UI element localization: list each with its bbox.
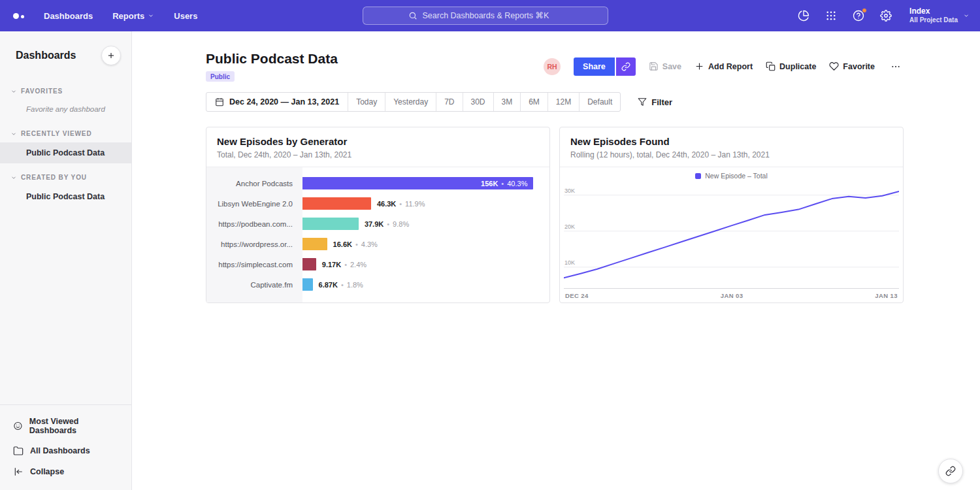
settings-gear-icon[interactable]: [879, 9, 892, 22]
save-icon: [649, 61, 659, 71]
all-dashboards-button[interactable]: All Dashboards: [0, 440, 131, 461]
y-tick: 10K: [564, 259, 575, 266]
chevron-down-icon: [10, 131, 17, 137]
most-viewed-dashboards-button[interactable]: Most Viewed Dashboards: [0, 412, 131, 440]
primary-nav: Dashboards Reports Users: [44, 11, 197, 21]
duplicate-label: Duplicate: [779, 62, 816, 71]
bar-value-label: 16.6K•4.3%: [333, 240, 378, 248]
copy-link-fab[interactable]: [938, 459, 963, 483]
bar-track: 156K•40.3%: [302, 177, 549, 189]
favorite-button[interactable]: Favorite: [829, 61, 875, 71]
bar-row: Libsyn WebEngine 2.046.3K•11.9%: [206, 193, 549, 214]
preset-30d[interactable]: 30D: [463, 93, 493, 111]
date-toolbar: Dec 24, 2020 — Jan 13, 2021 Today Yester…: [206, 92, 904, 112]
favorite-label: Favorite: [843, 62, 875, 71]
chart-legend: New Episode – Total: [564, 167, 899, 184]
bar-row: Captivate.fm6.87K•1.8%: [206, 274, 549, 295]
nav-dashboards[interactable]: Dashboards: [44, 11, 93, 21]
filter-label: Filter: [651, 97, 672, 107]
header-actions: RH Share Save Add Report: [544, 57, 904, 76]
section-recently-viewed[interactable]: RECENTLY VIEWED: [0, 125, 131, 142]
bar-segment[interactable]: [302, 197, 371, 210]
footer-label: Most Viewed Dashboards: [29, 417, 121, 435]
global-search-bar[interactable]: [363, 7, 608, 25]
filter-funnel-icon: [638, 97, 647, 106]
avatar[interactable]: RH: [544, 58, 561, 75]
x-tick: DEC 24: [565, 292, 589, 299]
bar-value-label: 156K•40.3%: [481, 180, 533, 188]
y-tick: 30K: [564, 188, 575, 194]
preset-yesterday[interactable]: Yesterday: [385, 93, 436, 111]
filter-button[interactable]: Filter: [638, 97, 672, 107]
duplicate-button[interactable]: Duplicate: [766, 61, 816, 71]
bar-row: https://wordpress.or...16.6K•4.3%: [206, 234, 549, 254]
bar-track: 6.87K•1.8%: [302, 278, 549, 291]
save-button[interactable]: Save: [649, 61, 681, 71]
add-dashboard-button[interactable]: [101, 46, 121, 65]
nav-reports-label: Reports: [112, 11, 144, 21]
chevron-down-icon: [10, 88, 17, 95]
notification-badge: [862, 8, 867, 13]
preset-default[interactable]: Default: [579, 93, 620, 111]
more-options-button[interactable]: [888, 59, 904, 74]
bar-chart-card: New Episodes by Generator Total, Dec 24t…: [206, 127, 550, 303]
duplicate-icon: [766, 61, 776, 71]
bar-track: 16.6K•4.3%: [302, 238, 549, 250]
logo-dot-icon: [13, 13, 19, 19]
bar-value-label: 6.87K•1.8%: [319, 281, 363, 289]
preset-7d[interactable]: 7D: [436, 93, 462, 111]
app-logo[interactable]: [10, 13, 27, 19]
nav-reports[interactable]: Reports: [112, 11, 154, 21]
bar-segment[interactable]: [302, 278, 313, 291]
bar-value-label: 37.9K•9.8%: [365, 220, 409, 228]
heart-icon: [829, 61, 839, 71]
preset-12m[interactable]: 12M: [547, 93, 579, 111]
preset-6m[interactable]: 6M: [520, 93, 547, 111]
date-range-picker[interactable]: Dec 24, 2020 — Jan 13, 2021: [206, 93, 348, 111]
bar-segment[interactable]: 156K•40.3%: [302, 177, 533, 189]
section-favorites[interactable]: FAVORITES: [0, 82, 131, 100]
bar-segment[interactable]: [302, 258, 316, 270]
preset-today[interactable]: Today: [348, 93, 385, 111]
bar-category-label: Captivate.fm: [206, 281, 302, 289]
footer-label: Collapse: [30, 467, 64, 476]
bar-category-label: https://simplecast.com: [206, 261, 302, 269]
add-report-button[interactable]: Add Report: [694, 61, 753, 71]
project-selector[interactable]: Index All Project Data: [909, 7, 970, 25]
date-range-text: Dec 24, 2020 — Jan 13, 2021: [229, 97, 339, 106]
line-chart-card: New Episodes Found Rolling (12 hours), t…: [559, 127, 904, 303]
top-navigation-bar: Dashboards Reports Users: [0, 0, 980, 31]
sidebar-item-public-podcast-data[interactable]: Public Podcast Data: [0, 186, 131, 207]
preset-3m[interactable]: 3M: [493, 93, 521, 111]
chart-title: New Episodes by Generator: [217, 136, 539, 147]
bar-segment[interactable]: [302, 238, 327, 250]
bar-segment[interactable]: [302, 218, 359, 230]
bar-row: Anchor Podcasts156K•40.3%: [206, 173, 549, 193]
chart-title: New Episodes Found: [570, 136, 892, 147]
collapse-left-icon: [13, 466, 24, 477]
bar-category-label: https://wordpress.or...: [206, 240, 302, 248]
bar-track: 37.9K•9.8%: [302, 218, 549, 230]
link-icon: [945, 466, 956, 476]
x-axis-labels: DEC 24 JAN 03 JAN 13: [564, 289, 899, 299]
logo-dot-icon: [21, 15, 24, 18]
calendar-icon: [215, 97, 224, 106]
nav-users[interactable]: Users: [174, 11, 197, 21]
usage-chart-icon[interactable]: [797, 9, 810, 22]
collapse-sidebar-button[interactable]: Collapse: [0, 461, 131, 482]
plus-icon: [106, 51, 116, 60]
sidebar-item-public-podcast-data[interactable]: Public Podcast Data: [0, 142, 131, 163]
favorites-hint: Favorite any dashboard: [0, 100, 131, 120]
help-icon[interactable]: [852, 9, 865, 22]
ellipsis-icon: [890, 61, 901, 72]
bar-chart: Anchor Podcasts156K•40.3%Libsyn WebEngin…: [206, 167, 549, 303]
share-link-button[interactable]: [616, 57, 636, 76]
share-button[interactable]: Share: [574, 57, 615, 76]
data-line[interactable]: [564, 191, 899, 278]
bar-value-label: 9.17K•2.4%: [322, 261, 367, 269]
bar-value-label: 46.3K•11.9%: [377, 200, 425, 208]
section-created-by-you[interactable]: CREATED BY YOU: [0, 169, 131, 186]
search-input[interactable]: [423, 11, 563, 20]
plus-icon: [694, 61, 704, 71]
apps-grid-icon[interactable]: [825, 9, 838, 22]
